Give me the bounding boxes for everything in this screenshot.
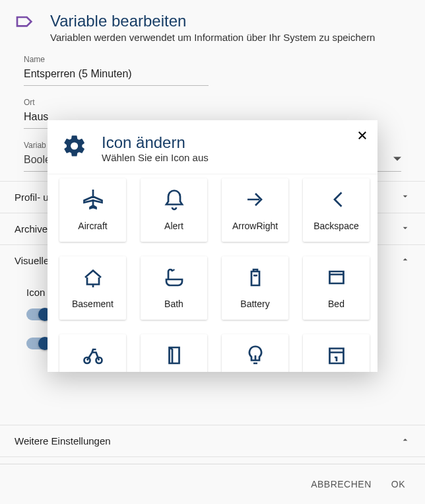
icon-card-label: Aircraft [78, 221, 107, 231]
chevron-down-icon [400, 223, 410, 235]
icon-card-bath[interactable]: Bath [141, 256, 207, 320]
chevron-up-icon [400, 254, 410, 267]
aircraft-icon [81, 188, 105, 214]
icon-card-label: Battery [240, 299, 269, 309]
name-field-label: Name [24, 55, 401, 64]
toggle-switch-2[interactable] [26, 338, 50, 349]
alert-icon [162, 188, 186, 214]
chevron-down-icon [400, 191, 410, 203]
icon-card-book[interactable]: Book [141, 334, 207, 372]
icon-card-backspace[interactable]: Backspace [303, 178, 370, 242]
cancel-button[interactable]: ABBRECHEN [311, 479, 372, 489]
section-archive-label: Archive [15, 223, 48, 234]
gear-icon [62, 133, 87, 161]
close-icon [356, 131, 368, 144]
icon-card-label: Backspace [313, 221, 358, 231]
icon-card-calendar[interactable]: Calendar [303, 334, 370, 372]
ok-button[interactable]: OK [391, 479, 405, 489]
icon-card-alert[interactable]: Alert [141, 178, 207, 242]
ort-field-label: Ort [24, 98, 401, 107]
bed-icon [325, 266, 348, 292]
basement-icon [81, 266, 105, 292]
dialog-footer: ABBRECHEN OK [0, 464, 425, 504]
toggle-switch-1[interactable] [26, 308, 50, 320]
page-subtitle: Variablen werden verwendet um Informatio… [50, 32, 375, 43]
backspace-icon [325, 188, 348, 214]
icon-card-bulb[interactable]: Bulb [222, 334, 288, 372]
page-header: Variable bearbeiten Variablen werden ver… [0, 0, 425, 52]
close-button[interactable] [356, 129, 368, 145]
icon-card-label: Bed [328, 299, 344, 309]
icon-card-bike[interactable]: Bike [59, 334, 126, 372]
tag-icon [15, 12, 36, 36]
section-profil-label: Profil- u [15, 192, 49, 203]
icon-card-label: ArrowRight [232, 221, 278, 231]
bulb-icon [244, 343, 267, 370]
bath-icon [162, 266, 186, 292]
icon-picker-modal: Icon ändern Wählen Sie ein Icon aus Airc… [48, 120, 377, 372]
icon-card-arrowright[interactable]: ArrowRight [222, 178, 288, 242]
chevron-up-icon [400, 435, 410, 447]
icon-card-label: Basement [72, 299, 114, 309]
name-field[interactable]: Entsperren (5 Minuten) [24, 64, 209, 86]
icon-card-aircraft[interactable]: Aircraft [59, 178, 126, 242]
icon-card-label: Bath [164, 299, 183, 309]
book-icon [162, 343, 186, 370]
chevron-down-icon [393, 154, 401, 166]
modal-title: Icon ändern [102, 133, 209, 152]
bike-icon [81, 343, 105, 370]
arrowright-icon [244, 188, 267, 214]
section-visuelle-label: Visuelle [15, 255, 49, 266]
type-select-value: Boole [24, 154, 51, 166]
calendar-icon [325, 343, 348, 370]
icon-card-basement[interactable]: Basement [59, 256, 126, 320]
icon-card-label: Alert [164, 221, 183, 231]
modal-subtitle: Wählen Sie ein Icon aus [102, 152, 209, 163]
page-title: Variable bearbeiten [50, 12, 375, 30]
section-weitere[interactable]: Weitere Einstellungen [0, 425, 425, 456]
battery-icon [244, 266, 267, 292]
icon-card-battery[interactable]: Battery [222, 256, 288, 320]
icon-card-bed[interactable]: Bed [303, 256, 370, 320]
section-weitere-label: Weitere Einstellungen [15, 435, 111, 447]
icon-scroll-area[interactable]: AircraftAlertArrowRightBackspaceBasement… [48, 174, 377, 372]
